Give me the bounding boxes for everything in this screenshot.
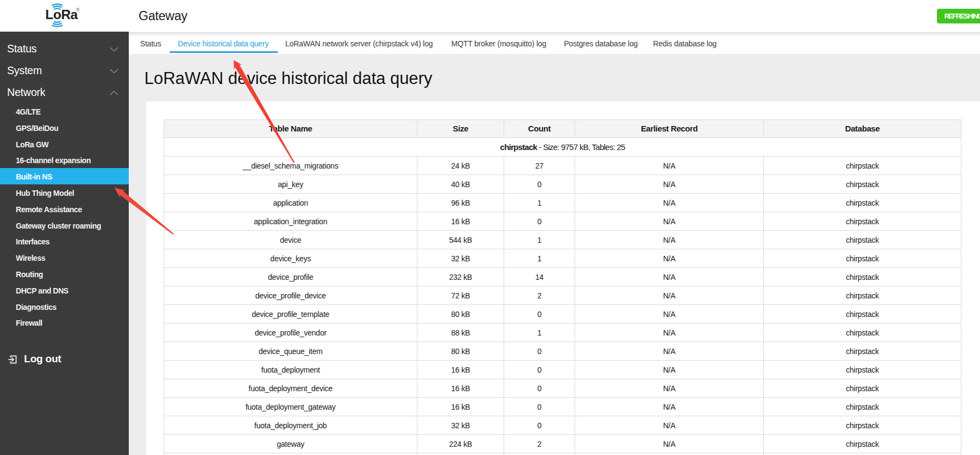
svg-text:®: ® [76, 7, 80, 13]
svg-text:LoRa: LoRa [45, 7, 78, 22]
